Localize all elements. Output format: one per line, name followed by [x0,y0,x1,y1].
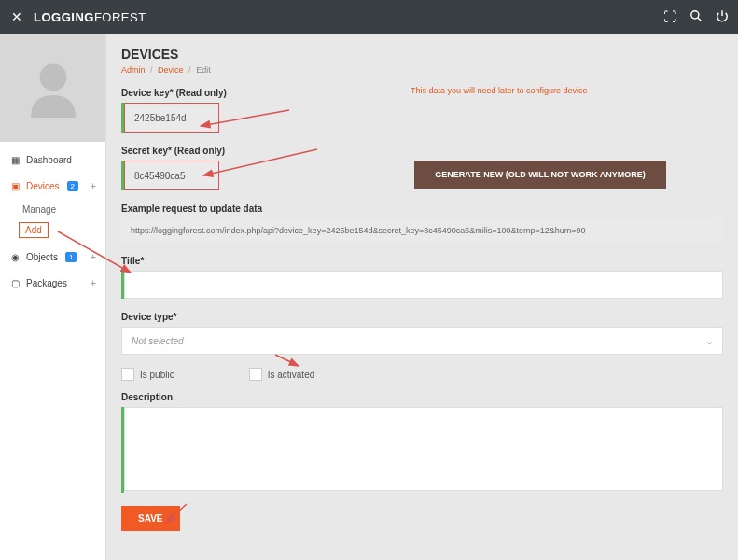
brand-light: FOREST [94,10,146,24]
plus-icon[interactable]: + [91,180,96,191]
is-activated-checkbox[interactable] [249,368,262,381]
brand-strong: LOGGING [34,10,94,24]
sidebar-item-label: Devices [26,181,60,191]
packages-icon: ▢ [9,278,21,288]
crumb-device[interactable]: Device [158,65,184,75]
search-icon[interactable] [689,9,703,25]
sidebar-item-packages[interactable]: ▢ Packages + [0,270,105,296]
power-icon[interactable] [716,9,729,25]
close-icon[interactable]: ✕ [9,9,24,24]
nav: ▦ Dashboard ▣ Devices 2 + Manage Add ◉ O… [0,142,105,301]
save-button[interactable]: SAVE [121,506,180,531]
fullscreen-icon[interactable]: ⛶ [663,9,676,25]
objects-badge: 1 [65,252,77,262]
description-input[interactable] [124,407,723,491]
topbar-actions: ⛶ [663,9,729,25]
topbar: ✕ LOGGINGFOREST ⛶ [0,0,738,34]
brand: LOGGINGFOREST [34,10,146,24]
sidebar-item-label: Objects [26,252,58,262]
example-request-value: https://loggingforest.com/index.php/api?… [121,218,723,243]
chevron-down-icon: ⌄ [705,335,714,347]
device-icon: ▣ [9,181,21,191]
crumb-sep: / [188,65,191,75]
grid-icon: ▦ [9,155,21,165]
plus-icon[interactable]: + [91,251,96,262]
sidebar-sub-add[interactable]: Add [19,222,49,238]
config-hint: This data you will need later to configu… [411,86,588,95]
example-label: Example request to update data [121,203,723,214]
plus-icon[interactable]: + [91,277,96,288]
device-key-input [125,104,218,132]
sidebar: ▦ Dashboard ▣ Devices 2 + Manage Add ◉ O… [0,34,106,560]
crumb-edit: Edit [196,65,211,75]
breadcrumb: Admin / Device / Edit [121,65,723,75]
is-activated-label: Is activated [268,370,315,380]
is-public-label: Is public [140,370,174,380]
svg-point-0 [691,10,699,18]
sidebar-item-label: Dashboard [26,155,72,165]
device-type-label: Device type* [121,312,723,322]
is-public-checkbox[interactable] [121,368,134,381]
title-label: Title* [121,256,723,266]
secret-key-label: Secret key* (Read only) [121,146,723,156]
device-type-placeholder: Not selected [121,327,723,355]
crumb-sep: / [150,65,153,75]
svg-point-3 [39,63,66,91]
generate-new-button[interactable]: GENERATE NEW (OLD WILL NOT WORK ANYMORE) [414,161,666,189]
content: DEVICES Admin / Device / Edit Device key… [106,34,738,560]
title-input[interactable] [124,271,723,299]
objects-icon: ◉ [9,252,21,262]
avatar [0,34,105,142]
svg-line-1 [698,17,702,21]
description-label: Description [121,392,723,402]
device-type-select[interactable]: Not selected ⌄ [121,327,723,355]
secret-key-input [125,161,218,189]
sidebar-item-objects[interactable]: ◉ Objects 1 + [0,244,105,270]
sidebar-item-devices[interactable]: ▣ Devices 2 + [0,173,105,199]
sidebar-sub-manage[interactable]: Manage [0,199,105,220]
crumb-admin[interactable]: Admin [121,65,146,75]
page-title: DEVICES [121,47,723,62]
devices-badge: 2 [67,181,78,191]
sidebar-item-label: Packages [26,278,67,288]
sidebar-item-dashboard[interactable]: ▦ Dashboard [0,147,105,173]
